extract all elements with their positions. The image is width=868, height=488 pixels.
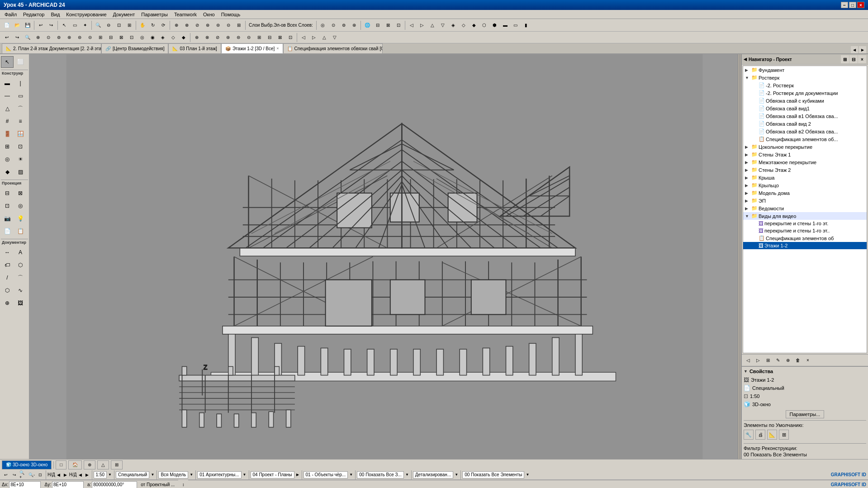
- 3d-section-tool[interactable]: ⊡: [1, 200, 14, 212]
- nav-btn-1[interactable]: ⊞: [841, 55, 849, 63]
- text-tool[interactable]: A: [14, 246, 27, 258]
- expand-model[interactable]: ▶: [745, 191, 750, 195]
- tool4-button[interactable]: ⊛: [203, 20, 213, 30]
- menu-file[interactable]: Файл: [2, 11, 19, 18]
- arrow-tool[interactable]: ↖: [1, 56, 14, 68]
- bvt-undo[interactable]: ↩: [2, 471, 10, 479]
- dim-tool[interactable]: ↔: [1, 246, 14, 258]
- line-tool[interactable]: /: [1, 272, 14, 284]
- tb2-btn10[interactable]: ⊞: [95, 33, 105, 43]
- expand-walls2[interactable]: ▶: [745, 168, 750, 172]
- params-button[interactable]: Параметры...: [786, 410, 825, 418]
- ref10-button[interactable]: ▬: [500, 20, 510, 30]
- bvt-detail-arrow[interactable]: ▼: [454, 470, 459, 480]
- tab-plan-1[interactable]: 📐 03 План 1-й этаж]: [168, 43, 221, 53]
- tree-item-obvyazka-vid1[interactable]: 📄 Обвязка свай вид1: [743, 104, 867, 112]
- tree-item-spec-video[interactable]: 📋 Спецификация элементов об: [743, 234, 867, 242]
- tb2-btn14[interactable]: ◎: [137, 33, 147, 43]
- expand-roof[interactable]: ▶: [745, 175, 750, 180]
- coord-dy-input[interactable]: [52, 481, 84, 488]
- bvt-zoom-fit[interactable]: ⊡: [36, 471, 44, 479]
- ref1-button[interactable]: ◁: [407, 20, 417, 30]
- btab-triangle[interactable]: △: [97, 460, 109, 469]
- elevation-button[interactable]: ⊠: [383, 20, 393, 30]
- bvt-arch-arrow[interactable]: ▼: [242, 470, 247, 480]
- nav-add-button[interactable]: ⊞: [764, 356, 773, 365]
- minimize-button[interactable]: −: [841, 2, 848, 8]
- ref7-button[interactable]: ◆: [469, 20, 479, 30]
- nav-copy-button[interactable]: ⊕: [783, 356, 792, 365]
- canvas-area[interactable]: Z: [29, 54, 740, 459]
- ref11-button[interactable]: ▭: [511, 20, 521, 30]
- guide-btn4[interactable]: ▽: [330, 33, 340, 43]
- tb2-btn9[interactable]: ⊝: [85, 33, 95, 43]
- stair-tool[interactable]: ≡: [14, 115, 27, 127]
- elevation-tool[interactable]: ⊠: [14, 187, 27, 199]
- roof-tool[interactable]: △: [1, 103, 14, 114]
- slab-tool[interactable]: ▭: [14, 90, 27, 102]
- tool2-button[interactable]: ⊗: [182, 20, 192, 30]
- coord-a-input[interactable]: [92, 481, 137, 488]
- bvt-scale-arrow[interactable]: ▼: [107, 470, 113, 480]
- tree-item-obvyazka-v2[interactable]: 📄 Обвязка свай в2 Обвязка сва...: [743, 128, 867, 135]
- menu-params[interactable]: Параметры: [138, 11, 171, 18]
- wall-tool[interactable]: ▬: [1, 77, 14, 89]
- tb2-btn12[interactable]: ⊠: [116, 33, 126, 43]
- def-icon-2[interactable]: 🖨: [755, 430, 765, 440]
- nav-btn-2[interactable]: ⊟: [849, 55, 858, 63]
- bvt-show-arrow[interactable]: ▼: [404, 470, 410, 480]
- zoom-in-button[interactable]: 🔍: [93, 20, 103, 30]
- bvt-zoom-in[interactable]: 🔍+: [19, 471, 27, 479]
- tb2-btn16[interactable]: ◈: [158, 33, 168, 43]
- tool6-button[interactable]: ⊝: [223, 20, 233, 30]
- expand-vedomosti[interactable]: ▶: [745, 206, 750, 211]
- magic-wand-button[interactable]: ✦: [80, 20, 90, 30]
- select-marquee-button[interactable]: ▭: [70, 20, 80, 30]
- undo-button[interactable]: ↩: [36, 20, 46, 30]
- morph-tool[interactable]: ◆: [1, 166, 14, 178]
- tb2-btn6[interactable]: ⊚: [54, 33, 64, 43]
- view-mode-1[interactable]: ◎: [318, 20, 328, 30]
- tree-item-obvyazka-v1[interactable]: 📄 Обвязка свай в1 Обвязка сва...: [743, 112, 867, 120]
- save-button[interactable]: 💾: [23, 20, 33, 30]
- tool7-button[interactable]: ⊞: [234, 20, 244, 30]
- mesh-tool[interactable]: #: [1, 115, 14, 127]
- object-tool[interactable]: ◎: [1, 153, 14, 165]
- props-collapse-arrow[interactable]: ▼: [744, 369, 748, 374]
- tab-plan-2[interactable]: 📐 2. План 2-й этаж Документация [2. 2-й …: [2, 43, 101, 53]
- btab-circle[interactable]: ⊕: [84, 460, 95, 469]
- picture-tool[interactable]: 🖼: [14, 297, 27, 309]
- ref3-button[interactable]: △: [427, 20, 437, 30]
- tab-scroll-left[interactable]: ◀: [851, 46, 858, 53]
- guide-btn2[interactable]: ▷: [309, 33, 319, 43]
- guide-btn1[interactable]: ◁: [299, 33, 308, 43]
- view-mode-2[interactable]: ⊙: [328, 20, 338, 30]
- section-tool[interactable]: ⊟: [1, 187, 14, 199]
- coord-ref-icon[interactable]: ↕: [178, 480, 188, 488]
- menu-edit[interactable]: Редактор: [20, 11, 47, 18]
- tree-item-vedomosti[interactable]: ▶ 📁 Ведомости: [743, 204, 867, 212]
- def-icon-3[interactable]: 📐: [767, 430, 777, 440]
- zoom-fit-button[interactable]: ⊡: [114, 20, 124, 30]
- tb2-btn5[interactable]: ⊙: [43, 33, 53, 43]
- worksheet-tool[interactable]: 📄: [1, 225, 14, 237]
- snap-btn8[interactable]: ⊟: [265, 33, 275, 43]
- tree-item-video-views[interactable]: ▼ 📁 Виды для видео: [743, 212, 867, 220]
- nav-btn-close[interactable]: ×: [858, 55, 866, 63]
- rotate-button[interactable]: ↻: [148, 20, 158, 30]
- tab-3d[interactable]: 📦 Этажи 1-2 [3D / Все] ×: [221, 43, 283, 53]
- tb2-btn17[interactable]: ◇: [168, 33, 178, 43]
- navigator-tree[interactable]: ▶ 📁 Фундамент ▼ 📁 Ростверк 📄 -2. Роствер…: [743, 66, 867, 353]
- coord-dx-input[interactable]: [9, 481, 41, 488]
- ref12-button[interactable]: ▮: [521, 20, 531, 30]
- ref5-button[interactable]: ◈: [448, 20, 458, 30]
- marquee-tool[interactable]: ⬜: [14, 56, 27, 68]
- expand-ep[interactable]: ▶: [745, 199, 750, 203]
- ref9-button[interactable]: ⬢: [490, 20, 500, 30]
- tree-item-rostwerk[interactable]: ▼ 📁 Ростверк: [743, 74, 867, 81]
- expand-video-views[interactable]: ▼: [745, 214, 750, 218]
- tree-item-walls1[interactable]: ▶ 📁 Стены Этаж 1: [743, 151, 867, 158]
- detail-tool[interactable]: ◎: [14, 200, 27, 212]
- bvt-allmodel-arrow[interactable]: ▼: [189, 470, 194, 480]
- spline-tool[interactable]: ∿: [14, 284, 27, 296]
